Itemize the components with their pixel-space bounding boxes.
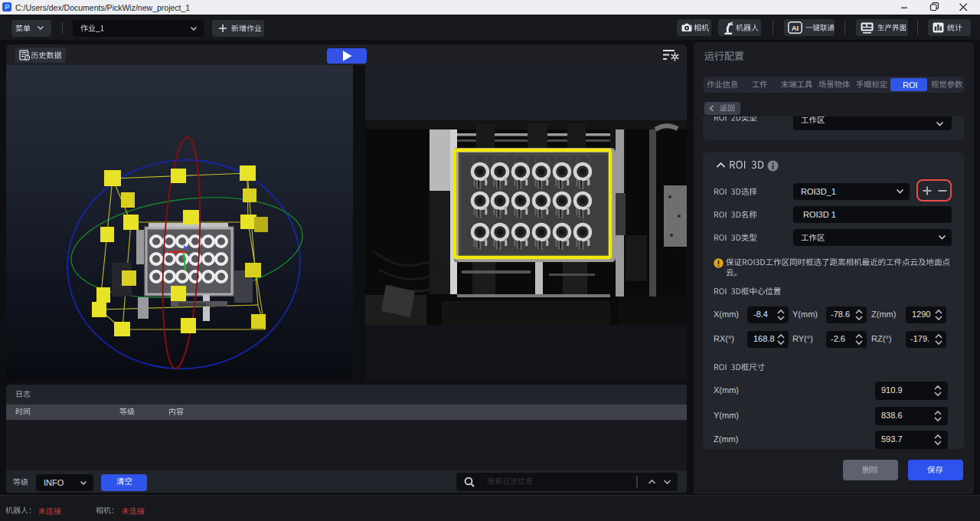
svg-text:AI: AI xyxy=(792,24,799,32)
